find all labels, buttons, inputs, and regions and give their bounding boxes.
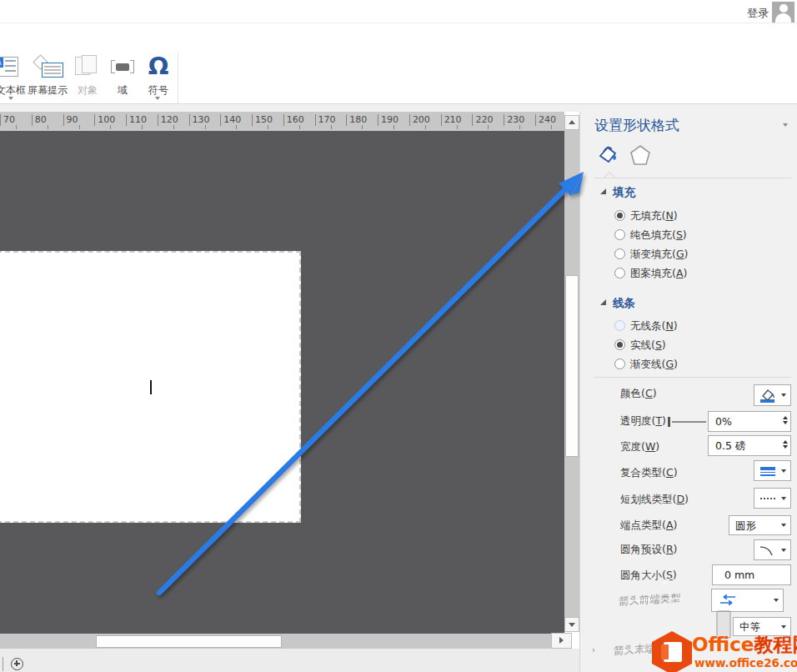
radio-icon[interactable]: [614, 229, 625, 240]
sign-in-button[interactable]: 登录: [747, 6, 769, 21]
fill-option-no-fill[interactable]: 无填充N: [580, 209, 797, 224]
paint-bucket-icon: [596, 143, 619, 168]
avatar-person-icon: [775, 13, 791, 23]
collapse-triangle-icon[interactable]: [600, 299, 606, 305]
field-icon[interactable]: [130, 60, 134, 73]
text-box-button[interactable]: 文本框: [0, 83, 28, 98]
ruler-tick: [378, 114, 378, 126]
ruler-number: 230: [507, 114, 524, 125]
radio-icon[interactable]: [614, 210, 625, 221]
arrow-end-label: 箭头末端: [614, 642, 656, 659]
field-icon[interactable]: [111, 60, 115, 73]
ruler-tick: [472, 114, 473, 126]
chevron-down-icon: [781, 394, 786, 397]
section-separator: [594, 377, 791, 378]
pane-menu-chevron-icon[interactable]: [783, 123, 788, 127]
horizontal-scrollbar-thumb[interactable]: [96, 635, 282, 648]
object-icon: [73, 55, 102, 78]
radio-icon[interactable]: [614, 359, 625, 369]
ruler-tick: [346, 114, 347, 126]
spin-down-icon[interactable]: [783, 445, 788, 449]
field-button[interactable]: 域: [112, 83, 133, 98]
tab-effects[interactable]: [629, 143, 651, 167]
ruler-number: 80: [35, 114, 47, 125]
word-window: 登录 A 文本框 屏幕提示 对象: [0, 0, 797, 672]
ruler-mid-tick: [362, 125, 363, 129]
ruler-number: 140: [223, 114, 241, 125]
ruler-number: 210: [444, 114, 462, 125]
spin-up-icon[interactable]: [783, 440, 788, 444]
line-width-spinner[interactable]: 0.5 磅: [708, 435, 791, 456]
radio-icon[interactable]: [614, 248, 625, 259]
fill-option-solid[interactable]: 纯色填充S: [580, 228, 797, 243]
ruler-mid-tick: [299, 125, 300, 129]
ruler-mid-tick: [236, 125, 237, 129]
fill-section-header[interactable]: 填充: [613, 185, 635, 200]
arrow-begin-type-dropdown[interactable]: [711, 589, 784, 612]
arrow-begin-type-label: 箭头前端类型: [619, 591, 682, 609]
line-option-gradient[interactable]: 渐变线G: [580, 358, 797, 373]
collapse-triangle-icon[interactable]: [600, 188, 606, 194]
pane-title: 设置形状格式: [594, 116, 679, 135]
line-section-header[interactable]: 线条: [613, 296, 635, 311]
ruler-tick: [441, 114, 442, 126]
ruler-number: 160: [287, 114, 304, 125]
scroll-up-button[interactable]: [564, 115, 579, 130]
ruler-mid-tick: [48, 125, 48, 129]
line-color-button[interactable]: [754, 384, 791, 406]
object-button: 对象: [73, 83, 102, 98]
dashed-line-icon: [760, 498, 775, 499]
fill-option-gradient[interactable]: 渐变填充G: [580, 248, 797, 263]
scroll-down-button[interactable]: [564, 617, 579, 632]
spin-down-icon[interactable]: [783, 421, 788, 424]
vertical-scrollbar-thumb[interactable]: [565, 275, 579, 457]
watermark-brand: Office教程网: [692, 632, 797, 658]
text-box-icon[interactable]: A: [0, 57, 18, 77]
ruler-tick: [32, 114, 33, 126]
cap-type-dropdown[interactable]: 圆形: [729, 515, 791, 535]
dash-type-dropdown[interactable]: [754, 488, 791, 509]
ruler-tick: [504, 114, 504, 126]
tab-fill-line[interactable]: [596, 143, 619, 168]
fill-option-pattern[interactable]: 图案填充A: [580, 267, 797, 282]
chevron-down-icon: [781, 524, 786, 527]
account-avatar[interactable]: [772, 2, 794, 23]
compound-type-dropdown[interactable]: [754, 460, 791, 481]
tab-separator: [594, 178, 791, 178]
screen-tip-icon[interactable]: [42, 63, 63, 78]
ribbon: A 文本框 屏幕提示 对象 域 Ω 符号 文本: [0, 23, 797, 104]
zoom-in-icon[interactable]: [11, 658, 23, 670]
field-icon[interactable]: [116, 63, 129, 71]
radio-icon[interactable]: [614, 320, 625, 331]
ruler-number: 240: [539, 114, 556, 125]
transparency-slider-thumb[interactable]: [668, 417, 670, 427]
symbol-omega-icon[interactable]: Ω: [147, 52, 170, 80]
round-preset-dropdown[interactable]: [754, 539, 791, 560]
line-option-solid[interactable]: 实线S: [580, 339, 797, 354]
scroll-right-button[interactable]: [551, 633, 572, 649]
radio-icon[interactable]: [614, 339, 625, 350]
screen-tip-button[interactable]: 屏幕提示: [25, 83, 70, 98]
ruler-tick: [0, 114, 1, 126]
chevron-right-icon: ›: [592, 645, 595, 654]
ruler-number: 220: [475, 114, 493, 125]
ruler-mid-tick: [142, 125, 143, 129]
ruler[interactable]: 7080901001101201301401501601701801902002…: [0, 112, 564, 131]
ruler-tick: [252, 114, 253, 126]
round-size-input[interactable]: 0 mm: [712, 564, 791, 585]
ruler-tick: [126, 114, 127, 126]
line-option-no-line[interactable]: 无线条N: [580, 319, 797, 334]
ruler-tick: [535, 114, 536, 126]
status-bar-divider: [3, 657, 3, 671]
transparency-spinner[interactable]: 0%: [708, 411, 791, 432]
radio-icon[interactable]: [614, 268, 625, 278]
corner-arc-icon: [759, 544, 774, 556]
ruler-number: 100: [98, 114, 115, 125]
ruler-mid-tick: [488, 125, 489, 129]
chevron-down-icon[interactable]: [155, 97, 160, 100]
transparency-slider-track[interactable]: [672, 421, 706, 423]
ruler-number: 90: [67, 114, 78, 125]
chevron-down-icon[interactable]: [8, 97, 13, 100]
spin-up-icon[interactable]: [783, 416, 788, 419]
symbol-button[interactable]: 符号: [147, 83, 170, 98]
